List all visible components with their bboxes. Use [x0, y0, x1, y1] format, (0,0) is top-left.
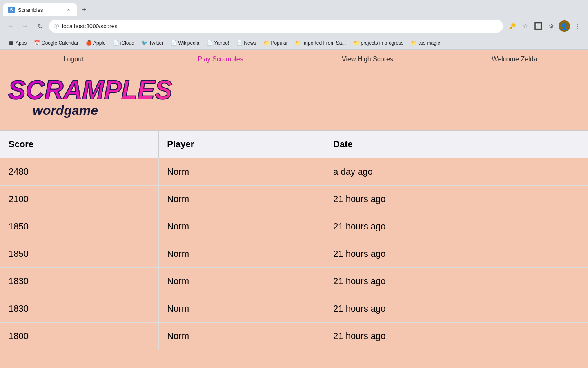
table-row: 1800 Norm 21 hours ago — [0, 323, 588, 350]
bookmark-yahoo[interactable]: 📄 Yahoo! — [203, 38, 232, 47]
tab-close-button[interactable]: × — [65, 7, 72, 13]
bookmark-icloud[interactable]: 📄 iCloud — [110, 38, 138, 47]
bookmarks-bar: ▦ Apps 📅 Google Calendar 🍎 Apple 📄 iClou… — [0, 36, 588, 50]
apps-icon: ▦ — [8, 40, 14, 46]
lock-icon: ⓘ — [54, 23, 59, 30]
player-column-header: Player — [159, 131, 325, 158]
score-cell: 1830 — [0, 268, 159, 295]
player-cell: Norm — [159, 323, 325, 350]
tab-bar: S Scrambles × + — [0, 0, 588, 16]
url-text: localhost:3000/scores — [62, 23, 498, 29]
score-cell: 2480 — [0, 158, 159, 186]
bookmark-imported[interactable]: 📁 Imported From Sa... — [292, 38, 350, 47]
bookmark-wikipedia[interactable]: 📄 Wikipedia — [167, 38, 203, 47]
score-cell: 1830 — [0, 295, 159, 323]
welcome-message: Welcome Zelda — [441, 50, 588, 69]
score-cell: 1800 — [0, 323, 159, 350]
apple-icon: 🍎 — [86, 40, 91, 46]
date-column-header: Date — [325, 131, 588, 158]
table-header-row: Score Player Date — [0, 131, 588, 158]
key-icon[interactable]: 🔑 — [506, 20, 518, 32]
logo-area: SCRAMPLES wordgame — [0, 69, 588, 130]
player-cell: Norm — [159, 295, 325, 323]
scores-table: Score Player Date 2480 Norm a day ago 21… — [0, 130, 588, 350]
score-column-header: Score — [0, 131, 159, 158]
yahoo-icon: 📄 — [207, 40, 212, 46]
new-tab-button[interactable]: + — [78, 4, 90, 16]
date-cell: 21 hours ago — [325, 295, 588, 323]
table-row: 1850 Norm 21 hours ago — [0, 213, 588, 240]
tab-title: Scrambles — [18, 7, 62, 13]
date-cell: 21 hours ago — [325, 240, 588, 268]
bookmark-apple[interactable]: 🍎 Apple — [82, 38, 109, 47]
toolbar-icons: 🔑 ☆ 🔲 ⚙ 👤 ⋮ — [506, 20, 583, 32]
css-magic-icon: 📁 — [411, 40, 416, 46]
score-cell: 2100 — [0, 186, 159, 213]
twitter-icon: 🐦 — [142, 40, 147, 46]
player-cell: Norm — [159, 268, 325, 295]
table-row: 2100 Norm 21 hours ago — [0, 186, 588, 213]
profile-avatar[interactable]: 👤 — [559, 20, 570, 32]
logo-subtitle: wordgame — [33, 103, 580, 118]
imported-icon: 📁 — [295, 40, 301, 46]
bookmark-news[interactable]: 📄 News — [233, 38, 259, 47]
back-button[interactable]: ← — [5, 20, 16, 32]
browser-chrome: S Scrambles × + ← → ↻ ⓘ localhost:3000/s… — [0, 0, 588, 50]
view-highscores-link[interactable]: View High Scores — [294, 50, 441, 69]
bookmark-star-icon[interactable]: ☆ — [519, 20, 531, 32]
table-row: 1830 Norm 21 hours ago — [0, 268, 588, 295]
logo-title: SCRAMPLES — [8, 77, 580, 103]
score-cell: 1850 — [0, 213, 159, 240]
table-row: 1830 Norm 21 hours ago — [0, 295, 588, 323]
news-icon: 📄 — [236, 40, 242, 46]
bookmark-apps[interactable]: ▦ Apps — [5, 38, 30, 47]
score-cell: 1850 — [0, 240, 159, 268]
player-cell: Norm — [159, 240, 325, 268]
chrome-menu-icon[interactable]: ⋮ — [572, 20, 583, 32]
date-cell: 21 hours ago — [325, 268, 588, 295]
player-cell: Norm — [159, 213, 325, 240]
refresh-button[interactable]: ↻ — [34, 20, 46, 32]
extension-icon-2[interactable]: ⚙ — [546, 20, 557, 32]
bookmark-google-calendar[interactable]: 📅 Google Calendar — [31, 38, 82, 47]
bookmark-twitter[interactable]: 🐦 Twitter — [138, 38, 167, 47]
address-bar-row: ← → ↻ ⓘ localhost:3000/scores 🔑 ☆ 🔲 ⚙ 👤 … — [0, 16, 588, 36]
projects-icon: 📁 — [353, 40, 359, 46]
page-content: Logout Play Scramples View High Scores W… — [0, 50, 588, 368]
address-bar[interactable]: ⓘ localhost:3000/scores — [49, 20, 503, 33]
table-row: 1850 Norm 21 hours ago — [0, 240, 588, 268]
table-row: 2480 Norm a day ago — [0, 158, 588, 186]
extension-icon-1[interactable]: 🔲 — [532, 20, 544, 32]
player-cell: Norm — [159, 186, 325, 213]
tab-favicon: S — [8, 7, 15, 13]
logout-link[interactable]: Logout — [0, 50, 147, 69]
active-tab[interactable]: S Scrambles × — [3, 3, 77, 16]
popular-icon: 📁 — [263, 40, 269, 46]
play-scramples-link[interactable]: Play Scramples — [147, 50, 294, 69]
date-cell: 21 hours ago — [325, 213, 588, 240]
google-calendar-icon: 📅 — [34, 40, 40, 46]
date-cell: 21 hours ago — [325, 186, 588, 213]
forward-button[interactable]: → — [20, 20, 31, 32]
bookmark-popular[interactable]: 📁 Popular — [260, 38, 291, 47]
icloud-icon: 📄 — [113, 40, 119, 46]
app-nav: Logout Play Scramples View High Scores W… — [0, 50, 588, 69]
wikipedia-icon: 📄 — [171, 40, 176, 46]
date-cell: 21 hours ago — [325, 323, 588, 350]
bookmark-projects[interactable]: 📁 projects in progress — [350, 38, 407, 47]
date-cell: a day ago — [325, 158, 588, 186]
player-cell: Norm — [159, 158, 325, 186]
bookmark-css-magic[interactable]: 📁 css magic — [408, 38, 443, 47]
